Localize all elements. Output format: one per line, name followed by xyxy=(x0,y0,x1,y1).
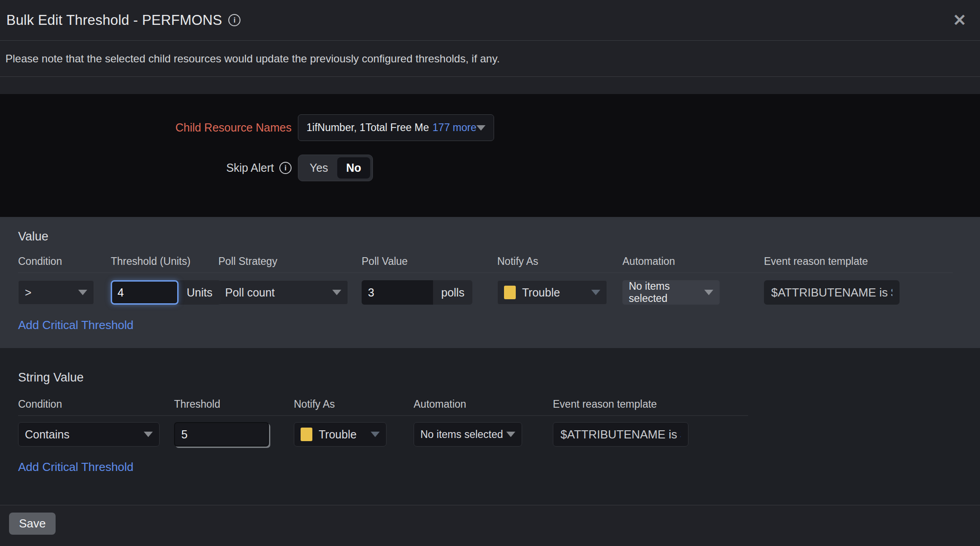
notice-bar: Please note that the selected child reso… xyxy=(0,41,980,77)
child-resource-row: Child Resource Names 1ifNumber, 1Total F… xyxy=(0,114,980,141)
trouble-color-swatch xyxy=(504,286,516,299)
notify-as-select[interactable]: Trouble xyxy=(497,280,607,305)
column-header-condition: Condition xyxy=(18,398,174,410)
value-column-headers: Condition Threshold (Units) Poll Strateg… xyxy=(18,255,953,273)
string-threshold-input[interactable] xyxy=(174,422,269,447)
string-condition-select[interactable]: Contains xyxy=(18,422,160,447)
column-header-notify-as: Notify As xyxy=(294,398,414,410)
more-resources-link[interactable]: 177 more xyxy=(433,122,476,134)
skip-alert-no-option[interactable]: No xyxy=(337,157,370,179)
child-resource-label: Child Resource Names xyxy=(0,121,292,134)
string-automation-value: No items selected xyxy=(420,428,503,441)
page-title-text: Bulk Edit Threshold - PERFMONS xyxy=(6,12,222,28)
skip-alert-toggle: Yes No xyxy=(298,155,373,181)
trouble-color-swatch xyxy=(301,428,312,441)
add-critical-threshold-link[interactable]: Add Critical Threshold xyxy=(18,318,133,332)
column-header-poll-value: Poll Value xyxy=(362,255,497,268)
column-header-condition: Condition xyxy=(18,255,111,268)
string-threshold-row: Contains Trouble No items selected xyxy=(18,422,980,447)
chevron-down-icon xyxy=(332,290,341,295)
string-section-title: String Value xyxy=(18,371,980,385)
skip-alert-label: Skip Alert xyxy=(226,161,274,174)
poll-strategy-select[interactable]: Poll count xyxy=(218,280,348,305)
chevron-down-icon xyxy=(78,290,87,295)
string-notify-as-value: Trouble xyxy=(319,428,357,441)
column-header-automation: Automation xyxy=(622,255,764,268)
modal-header: Bulk Edit Threshold - PERFMONS i ✕ xyxy=(0,0,980,41)
value-section: Value Condition Threshold (Units) Poll S… xyxy=(0,217,980,348)
add-critical-threshold-link[interactable]: Add Critical Threshold xyxy=(18,460,133,474)
chevron-down-icon xyxy=(476,125,485,131)
info-icon[interactable]: i xyxy=(279,162,292,174)
poll-strategy-value: Poll count xyxy=(225,286,275,299)
chevron-down-icon xyxy=(144,432,153,437)
column-header-automation: Automation xyxy=(414,398,553,410)
notify-as-value: Trouble xyxy=(522,286,560,299)
info-icon[interactable]: i xyxy=(228,14,240,26)
automation-select[interactable]: No items selected xyxy=(622,280,720,305)
chevron-down-icon xyxy=(506,432,515,437)
threshold-input[interactable] xyxy=(111,280,179,305)
string-event-reason-input[interactable] xyxy=(553,422,688,447)
column-header-event-reason: Event reason template xyxy=(764,255,904,268)
string-value-section: String Value Condition Threshold Notify … xyxy=(0,348,980,505)
poll-value-input[interactable] xyxy=(362,280,433,305)
event-reason-input[interactable] xyxy=(764,280,900,305)
notice-text: Please note that the selected child reso… xyxy=(5,52,500,65)
child-resource-value: 1ifNumber, 1Total Free Memory, 900, B... xyxy=(306,122,429,134)
string-automation-select[interactable]: No items selected xyxy=(414,422,522,447)
column-header-threshold: Threshold xyxy=(174,398,294,410)
top-form-section: Child Resource Names 1ifNumber, 1Total F… xyxy=(0,94,980,217)
child-resource-dropdown[interactable]: 1ifNumber, 1Total Free Memory, 900, B...… xyxy=(298,114,494,141)
string-column-headers: Condition Threshold Notify As Automation… xyxy=(18,398,748,416)
skip-alert-row: Skip Alert i Yes No xyxy=(0,155,980,181)
condition-select[interactable]: > xyxy=(18,280,94,305)
column-header-event-reason: Event reason template xyxy=(553,398,693,410)
column-header-poll-strategy: Poll Strategy xyxy=(218,255,362,268)
automation-value: No items selected xyxy=(629,280,699,305)
close-icon[interactable]: ✕ xyxy=(953,12,966,28)
value-section-title: Value xyxy=(18,230,980,244)
column-header-threshold-units: Threshold (Units) xyxy=(111,255,218,268)
string-condition-value: Contains xyxy=(25,428,70,441)
chevron-down-icon xyxy=(704,290,713,295)
column-header-notify-as: Notify As xyxy=(497,255,622,268)
poll-unit-suffix: polls xyxy=(433,280,472,305)
value-threshold-row: > Units Poll count polls Tr xyxy=(18,280,980,305)
save-button[interactable]: Save xyxy=(9,513,56,535)
chevron-down-icon xyxy=(371,432,380,437)
condition-value: > xyxy=(25,286,32,299)
string-notify-as-select[interactable]: Trouble xyxy=(294,422,386,447)
page-title: Bulk Edit Threshold - PERFMONS i xyxy=(6,12,240,28)
modal-footer: Save xyxy=(0,505,980,546)
threshold-unit-suffix: Units xyxy=(176,280,221,305)
spacer-band xyxy=(0,77,980,94)
skip-alert-yes-option[interactable]: Yes xyxy=(301,161,337,174)
chevron-down-icon xyxy=(591,290,600,295)
